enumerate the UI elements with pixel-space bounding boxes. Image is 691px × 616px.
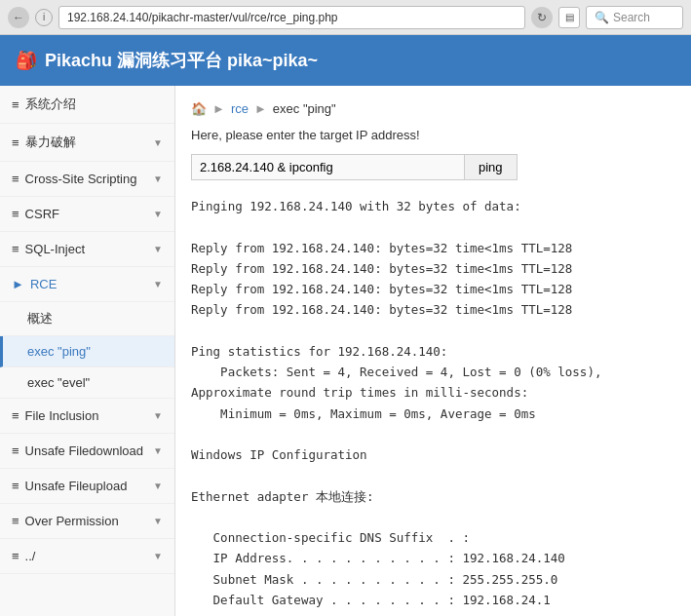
breadcrumb-home[interactable]: 🏠 xyxy=(191,101,207,116)
ip-input[interactable] xyxy=(191,154,464,180)
sidebar-item-brute[interactable]: ≡ 暴力破解 ▼ xyxy=(0,124,174,162)
chevron-csrf: ▼ xyxy=(153,209,163,219)
sidebar-item-xss[interactable]: ≡ Cross-Site Scripting ▼ xyxy=(0,162,174,197)
rce-icon: ► xyxy=(12,277,24,291)
chevron-brute: ▼ xyxy=(153,137,163,148)
search-bar[interactable]: 🔍 Search xyxy=(586,6,683,29)
search-icon: 🔍 xyxy=(595,11,609,24)
app-title: Pikachu 漏洞练习平台 pika~pika~ xyxy=(45,49,318,72)
back-button[interactable]: ← xyxy=(8,7,29,28)
exec-ping-label: exec "ping" xyxy=(27,344,91,359)
sidebar-item-dotdotslash[interactable]: ≡ ../ ▼ xyxy=(0,539,174,574)
info-icon: i xyxy=(35,9,53,26)
sidebar-item-over-permission[interactable]: ≡ Over Permission ▼ xyxy=(0,504,174,539)
sidebar-item-csrf[interactable]: ≡ CSRF ▼ xyxy=(0,197,174,232)
breadcrumb: 🏠 ► rce ► exec "ping" xyxy=(191,101,675,116)
chevron-rce: ▼ xyxy=(153,279,163,289)
search-placeholder: Search xyxy=(613,11,650,24)
main-content: 🏠 ► rce ► exec "ping" Here, please enter… xyxy=(175,86,691,616)
app-logo-icon: 🎒 xyxy=(16,50,37,71)
chevron-dotdotslash: ▼ xyxy=(153,551,163,561)
browser-bar: ← i 192.168.24.140/pikachr-master/vul/rc… xyxy=(0,0,691,35)
sidebar-item-intro[interactable]: ≡ 系统介绍 xyxy=(0,86,174,124)
chevron-unsafe-filedownload: ▼ xyxy=(153,445,163,456)
sidebar-label-intro: 系统介绍 xyxy=(25,96,76,113)
file-inclusion-icon: ≡ xyxy=(12,408,19,423)
gaishu-label: 概述 xyxy=(27,310,53,327)
input-row: ping xyxy=(191,154,675,180)
csrf-icon: ≡ xyxy=(12,207,19,221)
sidebar-label-rce: RCE xyxy=(30,277,57,291)
sidebar-item-unsafe-fileupload[interactable]: ≡ Unsafe Fileupload ▼ xyxy=(0,469,174,504)
chevron-sql: ▼ xyxy=(153,244,163,254)
reader-button[interactable]: ▤ xyxy=(558,7,580,28)
sidebar-item-file-inclusion[interactable]: ≡ File Inclusion ▼ xyxy=(0,399,174,434)
sql-icon: ≡ xyxy=(12,242,19,256)
url-bar[interactable]: 192.168.24.140/pikachr-master/vul/rce/rc… xyxy=(58,6,525,29)
sidebar-subitem-gaishu[interactable]: 概述 xyxy=(0,302,174,336)
sidebar: ≡ 系统介绍 ≡ 暴力破解 ▼ ≡ Cross-Site Scripting ▼… xyxy=(0,86,175,616)
chevron-file-inclusion: ▼ xyxy=(153,410,163,421)
chevron-xss: ▼ xyxy=(153,173,163,184)
sidebar-label-unsafe-filedownload: Unsafe Filedownload xyxy=(25,443,143,458)
unsafe-fileupload-icon: ≡ xyxy=(12,479,19,493)
intro-icon: ≡ xyxy=(12,97,19,112)
sidebar-subitem-exec-evel[interactable]: exec "evel" xyxy=(0,367,174,399)
breadcrumb-current: exec "ping" xyxy=(273,101,336,116)
brute-icon: ≡ xyxy=(12,135,19,150)
main-layout: ≡ 系统介绍 ≡ 暴力破解 ▼ ≡ Cross-Site Scripting ▼… xyxy=(0,86,691,616)
exec-evel-label: exec "evel" xyxy=(27,375,90,390)
sidebar-label-brute: 暴力破解 xyxy=(25,134,76,151)
breadcrumb-rce[interactable]: rce xyxy=(231,101,249,116)
refresh-button[interactable]: ↻ xyxy=(531,7,553,28)
chevron-unsafe-fileupload: ▼ xyxy=(153,481,163,491)
sidebar-label-over-permission: Over Permission xyxy=(25,514,119,528)
xss-icon: ≡ xyxy=(12,172,19,186)
breadcrumb-sep2: ► xyxy=(254,101,267,116)
breadcrumb-sep1: ► xyxy=(212,101,225,116)
sidebar-label-csrf: CSRF xyxy=(25,207,59,221)
app-header: 🎒 Pikachu 漏洞练习平台 pika~pika~ xyxy=(0,35,691,86)
instruction-text: Here, please enter the target IP address… xyxy=(191,128,675,142)
sidebar-item-rce[interactable]: ► RCE ▼ xyxy=(0,267,174,302)
sidebar-label-sql: SQL-Inject xyxy=(25,242,85,256)
chevron-over-permission: ▼ xyxy=(153,516,163,526)
command-output: Pinging 192.168.24.140 with 32 bytes of … xyxy=(191,196,675,610)
sidebar-item-unsafe-filedownload[interactable]: ≡ Unsafe Filedownload ▼ xyxy=(0,434,174,469)
url-text: 192.168.24.140/pikachr-master/vul/rce/rc… xyxy=(67,11,338,24)
sidebar-label-unsafe-fileupload: Unsafe Fileupload xyxy=(25,479,128,493)
ping-button[interactable]: ping xyxy=(464,154,518,180)
sidebar-label-dotdotslash: ../ xyxy=(25,549,36,563)
sidebar-label-xss: Cross-Site Scripting xyxy=(25,172,137,186)
dotdotslash-icon: ≡ xyxy=(12,549,19,563)
sidebar-label-file-inclusion: File Inclusion xyxy=(25,408,99,423)
over-permission-icon: ≡ xyxy=(12,514,19,528)
sidebar-item-sql[interactable]: ≡ SQL-Inject ▼ xyxy=(0,232,174,267)
unsafe-filedownload-icon: ≡ xyxy=(12,443,19,458)
sidebar-subitem-exec-ping[interactable]: exec "ping" xyxy=(0,336,174,367)
